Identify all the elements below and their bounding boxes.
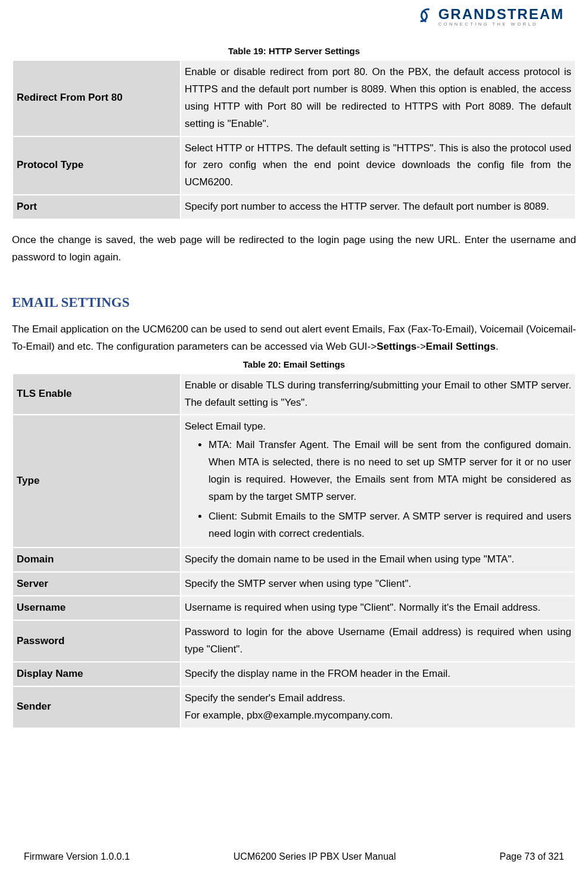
row-label-sender: Sender [13, 686, 181, 728]
row-label-protocol: Protocol Type [13, 136, 181, 195]
row-desc-server: Specify the SMTP server when using type … [181, 572, 575, 596]
table-row: Domain Specify the domain name to be use… [13, 548, 575, 572]
table-row: Protocol Type Select HTTP or HTTPS. The … [13, 136, 575, 195]
header-logo-area: GRANDSTREAM CONNECTING THE WORLD [0, 0, 588, 34]
row-label-displayname: Display Name [13, 662, 181, 686]
sender-line1: Specify the sender's Email address. [185, 690, 571, 707]
footer-page-number: Page 73 of 321 [499, 851, 564, 862]
row-label-tls: TLS Enable [13, 374, 181, 415]
email-settings-table: TLS Enable Enable or disable TLS during … [12, 373, 576, 729]
row-desc-type: Select Email type. MTA: Mail Transfer Ag… [181, 415, 575, 547]
row-desc-username: Username is required when using type "Cl… [181, 596, 575, 620]
row-label-redirect: Redirect From Port 80 [13, 60, 181, 136]
row-desc-tls: Enable or disable TLS during transferrin… [181, 374, 575, 415]
email-intro-arrow: -> [416, 341, 426, 352]
type-intro-text: Select Email type. [185, 418, 571, 436]
row-desc-sender: Specify the sender's Email address. For … [181, 686, 575, 728]
table-row: Username Username is required when using… [13, 596, 575, 620]
table-row: Sender Specify the sender's Email addres… [13, 686, 575, 728]
list-item: MTA: Mail Transfer Agent. The Email will… [209, 436, 571, 507]
redirect-note-paragraph: Once the change is saved, the web page w… [12, 220, 576, 278]
list-item: Client: Submit Emails to the SMTP server… [209, 507, 571, 544]
table-row: Password Password to login for the above… [13, 620, 575, 662]
table-row: Redirect From Port 80 Enable or disable … [13, 60, 575, 136]
sender-line2: For example, pbx@example.mycompany.com. [185, 707, 571, 724]
type-options-list: MTA: Mail Transfer Agent. The Email will… [185, 436, 571, 543]
row-label-port: Port [13, 195, 181, 219]
table-row: Display Name Specify the display name in… [13, 662, 575, 686]
row-label-type: Type [13, 415, 181, 547]
footer-firmware-version: Firmware Version 1.0.0.1 [24, 851, 130, 862]
row-label-password: Password [13, 620, 181, 662]
email-settings-heading: EMAIL SETTINGS [12, 278, 576, 321]
table-row: Port Specify port number to access the H… [13, 195, 575, 219]
footer-document-title: UCM6200 Series IP PBX User Manual [234, 851, 396, 862]
table-row: TLS Enable Enable or disable TLS during … [13, 374, 575, 415]
grandstream-swirl-icon [416, 7, 435, 21]
row-label-server: Server [13, 572, 181, 596]
table-19-caption: Table 19: HTTP Server Settings [12, 34, 576, 60]
email-intro-settings-bold: Settings [377, 341, 416, 352]
http-server-settings-table: Redirect From Port 80 Enable or disable … [12, 60, 576, 220]
email-intro-emailsettings-bold: Email Settings [426, 341, 496, 352]
header-logo: GRANDSTREAM CONNECTING THE WORLD [416, 6, 564, 27]
table-row: Type Select Email type. MTA: Mail Transf… [13, 415, 575, 547]
row-label-domain: Domain [13, 548, 181, 572]
row-desc-displayname: Specify the display name in the FROM hea… [181, 662, 575, 686]
page-footer: Firmware Version 1.0.0.1 UCM6200 Series … [24, 851, 564, 862]
table-row: Server Specify the SMTP server when usin… [13, 572, 575, 596]
row-desc-password: Password to login for the above Username… [181, 620, 575, 662]
row-desc-port: Specify port number to access the HTTP s… [181, 195, 575, 219]
logo-text: GRANDSTREAM [416, 6, 564, 23]
row-label-username: Username [13, 596, 181, 620]
row-desc-redirect: Enable or disable redirect from port 80.… [181, 60, 575, 136]
email-intro-period: . [496, 341, 499, 352]
email-intro-paragraph: The Email application on the UCM6200 can… [12, 321, 576, 358]
logo-brand-text: GRANDSTREAM [438, 6, 564, 23]
row-desc-protocol: Select HTTP or HTTPS. The default settin… [181, 136, 575, 195]
row-desc-domain: Specify the domain name to be used in th… [181, 548, 575, 572]
table-20-caption: Table 20: Email Settings [12, 358, 576, 373]
